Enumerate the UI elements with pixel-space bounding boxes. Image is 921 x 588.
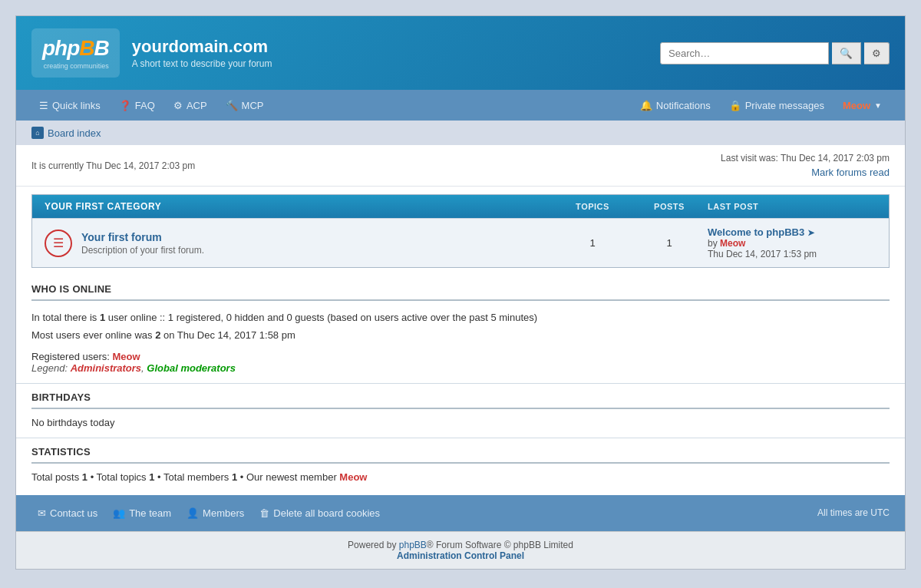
breadcrumb-label: Board index <box>48 127 101 139</box>
the-team-link[interactable]: 👥 The team <box>107 504 177 522</box>
envelope-icon: 🔒 <box>729 100 741 111</box>
last-post-title-link[interactable]: Welcome to phpBB3 <box>708 226 804 238</box>
topics-column-header: TOPICS <box>554 202 631 211</box>
administrators-link[interactable]: Administrators <box>71 362 141 374</box>
category-name: YOUR FIRST CATEGORY <box>45 201 161 212</box>
forum-icon: ☰ <box>45 230 72 257</box>
statistics-text: Total posts 1 • Total topics 1 • Total m… <box>31 471 890 483</box>
nav-left: ☰ Quick links ❓ FAQ ⚙ ACP 🔨 MCP <box>31 92 272 119</box>
forum-row: ☰ Your first forum Description of your f… <box>32 218 889 267</box>
the-team-label: The team <box>129 507 171 519</box>
search-input[interactable] <box>660 42 829 64</box>
who-is-online-title: WHO IS ONLINE <box>31 283 890 301</box>
delete-cookies-label: Delete all board cookies <box>273 507 380 519</box>
phpbb-link[interactable]: phpBB <box>399 540 427 550</box>
notifications-link[interactable]: 🔔 Notifications <box>632 92 718 119</box>
site-description: A short text to describe your forum <box>132 58 272 69</box>
footer-links: ✉ Contact us 👥 The team 👤 Members 🗑 Dele… <box>31 504 386 522</box>
forum-name[interactable]: Your first forum <box>81 231 554 243</box>
newest-member-link[interactable]: Meow <box>339 471 367 483</box>
powered-by-bar: Powered by phpBB® Forum Software © phpBB… <box>16 531 905 569</box>
contact-us-link[interactable]: ✉ Contact us <box>31 504 104 522</box>
registered-user-link[interactable]: Meow <box>113 351 140 362</box>
faq-link[interactable]: ❓ FAQ <box>111 92 163 119</box>
admin-panel-link[interactable]: Administration Control Panel <box>397 550 524 561</box>
logo-area: phpBB creating communities yourdomain.co… <box>31 28 272 78</box>
most-users-count: 2 <box>155 329 160 341</box>
most-users-prefix: Most users ever online was <box>31 329 153 341</box>
private-messages-link[interactable]: 🔒 Private messages <box>721 92 832 119</box>
footer: ✉ Contact us 👥 The team 👤 Members 🗑 Dele… <box>16 495 905 531</box>
members-icon: 👤 <box>187 507 199 519</box>
registered-users-line: Registered users: Meow <box>31 351 890 362</box>
legend-line: Legend: Administrators, Global moderator… <box>31 362 890 374</box>
in-total-label: In total there is <box>31 312 97 323</box>
dropdown-arrow-icon: ▼ <box>874 101 882 110</box>
posts-column-header: POSTS <box>631 202 708 211</box>
legend-label: Legend: <box>31 362 68 374</box>
faq-label: FAQ <box>135 100 155 111</box>
forum-last-post: Welcome to phpBB3 ➤ by Meow Thu Dec 14, … <box>708 226 876 259</box>
last-post-attribution: by Meow <box>708 238 876 249</box>
online-count-detail: user online :: 1 registered, 0 hidden an… <box>108 312 537 323</box>
total-members-count: 1 <box>232 471 237 483</box>
logo-tagline: creating communities <box>42 62 109 70</box>
acp-link[interactable]: ⚙ ACP <box>166 92 215 119</box>
stats-bullet-3: • <box>240 471 246 483</box>
contact-us-label: Contact us <box>50 507 97 519</box>
online-count: 1 <box>100 312 105 323</box>
powered-by-text: Powered by <box>348 540 396 550</box>
current-time: It is currently Thu Dec 14, 2017 2:03 pm <box>31 160 195 171</box>
online-stats: In total there is 1 user online :: 1 reg… <box>31 309 890 345</box>
logo[interactable]: phpBB creating communities <box>31 28 120 78</box>
total-members-label: Total members <box>163 471 229 483</box>
username-label: Meow <box>843 100 870 111</box>
quick-links-menu[interactable]: ☰ Quick links <box>31 92 108 119</box>
statistics-title: STATISTICS <box>31 446 890 464</box>
breadcrumb-board-index[interactable]: ⌂ Board index <box>31 127 101 139</box>
most-users-line: Most users ever online was 2 on Thu Dec … <box>31 326 890 344</box>
stats-bullet-1: • <box>91 471 97 483</box>
user-menu[interactable]: Meow ▼ <box>835 92 890 119</box>
global-moderators-link[interactable]: Global moderators <box>147 362 236 374</box>
stats-bullet-2: • <box>157 471 163 483</box>
column-headers: TOPICS POSTS LAST POST <box>554 202 876 211</box>
birthdays-section: BIRTHDAYS No birthdays today <box>16 384 905 438</box>
online-count-line: In total there is 1 user online :: 1 reg… <box>31 309 890 326</box>
forum-table-wrapper: YOUR FIRST CATEGORY TOPICS POSTS LAST PO… <box>16 187 905 276</box>
team-icon: 👥 <box>113 507 125 519</box>
total-topics-label: Total topics <box>97 471 147 483</box>
menu-icon: ☰ <box>39 100 48 111</box>
forum-name-link[interactable]: Your first forum <box>81 231 162 243</box>
statistics-section: STATISTICS Total posts 1 • Total topics … <box>16 438 905 495</box>
site-title[interactable]: yourdomain.com <box>132 37 272 57</box>
members-link[interactable]: 👤 Members <box>180 504 250 522</box>
acp-icon: ⚙ <box>173 100 183 111</box>
mcp-icon: 🔨 <box>226 100 238 111</box>
last-post-column-header: LAST POST <box>708 202 876 211</box>
mark-forums-read-link[interactable]: Mark forums read <box>811 167 890 178</box>
total-topics-count: 1 <box>149 471 154 483</box>
last-post-title[interactable]: Welcome to phpBB3 ➤ <box>708 226 876 238</box>
birthdays-title: BIRTHDAYS <box>31 391 890 409</box>
bell-icon: 🔔 <box>640 100 652 111</box>
last-visit: Last visit was: Thu Dec 14, 2017 2:03 pm <box>721 153 890 164</box>
site-header: phpBB creating communities yourdomain.co… <box>16 16 905 90</box>
breadcrumb-bar: ⌂ Board index <box>16 121 905 145</box>
total-posts-count: 1 <box>82 471 87 483</box>
by-label: by <box>708 238 718 249</box>
faq-icon: ❓ <box>119 100 131 111</box>
view-last-post-icon[interactable]: ➤ <box>807 228 814 237</box>
advanced-search-button[interactable]: ⚙ <box>864 42 890 64</box>
who-is-online-section: WHO IS ONLINE In total there is 1 user o… <box>16 276 905 383</box>
contact-icon: ✉ <box>38 507 46 519</box>
search-area: 🔍 ⚙ <box>660 42 890 64</box>
mcp-label: MCP <box>242 100 264 111</box>
last-post-user-link[interactable]: Meow <box>720 238 745 249</box>
forum-description: Description of your first forum. <box>81 245 554 256</box>
delete-cookies-link[interactable]: 🗑 Delete all board cookies <box>253 504 386 522</box>
forum-status-icon: ☰ <box>53 236 64 250</box>
search-button[interactable]: 🔍 <box>832 42 861 64</box>
logo-text: phpBB <box>42 36 109 61</box>
mcp-link[interactable]: 🔨 MCP <box>218 92 272 119</box>
